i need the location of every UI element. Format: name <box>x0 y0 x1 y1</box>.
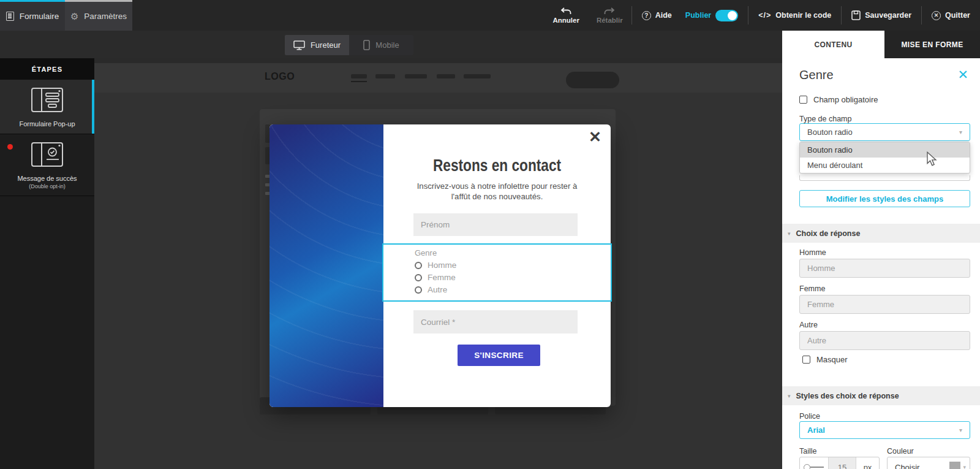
edit-field-styles-button[interactable]: Modifier les styles des champs <box>799 190 970 207</box>
gender-label: Genre <box>415 248 611 257</box>
phone-icon <box>363 40 370 50</box>
size-value-field[interactable]: 15 <box>829 457 856 469</box>
slider-track <box>810 467 824 468</box>
choice-input-femme[interactable] <box>799 295 970 314</box>
get-code-label: Obtenir le code <box>775 11 831 20</box>
popup-image-panel <box>270 124 383 407</box>
save-icon <box>851 10 861 20</box>
panel-close-icon[interactable]: ✕ <box>957 68 968 81</box>
device-browser-button[interactable]: Fureteur <box>285 35 349 55</box>
sidebar-item-message-succes[interactable]: Message de succès (Double opt-in) <box>0 134 94 196</box>
mock-nav-item <box>375 74 395 78</box>
field-type-select[interactable]: Bouton radio ▾ <box>799 123 970 141</box>
publish-toggle[interactable] <box>715 10 738 21</box>
steps-header: ÉTAPES <box>0 58 94 80</box>
mock-nav-item <box>405 74 427 78</box>
radio-icon[interactable] <box>415 262 422 269</box>
choice-label-autre: Autre <box>799 321 818 329</box>
chevron-down-icon: ▾ <box>959 427 962 433</box>
success-message-step-icon <box>31 142 64 167</box>
quit-label: Quitter <box>945 11 970 20</box>
radio-icon[interactable] <box>415 274 422 281</box>
redo-button[interactable]: Rétablir <box>588 7 631 24</box>
chevron-down-icon: ▾ <box>959 129 962 135</box>
field-type-label: Type de champ <box>799 115 851 123</box>
undo-button[interactable]: Annuler <box>544 7 587 24</box>
code-icon: </> <box>758 11 771 20</box>
hide-label: Masquer <box>816 355 848 364</box>
email-field[interactable] <box>413 310 578 334</box>
save-button[interactable]: Sauvegarder <box>842 10 921 20</box>
sidebar-item-label: Formulaire Pop-up <box>4 120 91 128</box>
publish-label: Publier <box>685 11 711 20</box>
dropdown-option-menu-deroulant[interactable]: Menu déroulant <box>800 158 970 173</box>
save-label: Sauvegarder <box>865 11 911 20</box>
device-mobile-button[interactable]: Mobile <box>349 35 413 55</box>
collapse-caret-icon: ▾ <box>788 231 791 237</box>
first-name-field[interactable] <box>413 213 578 236</box>
undo-label: Annuler <box>552 17 579 24</box>
radio-icon[interactable] <box>415 286 422 294</box>
choice-input-autre[interactable] <box>799 331 970 350</box>
get-code-button[interactable]: </> Obtenir le code <box>748 11 841 20</box>
device-bar: Fureteur Mobile <box>0 31 782 58</box>
font-label: Police <box>799 412 820 421</box>
mock-nav-item <box>351 74 367 78</box>
choice-label-femme: Femme <box>799 284 825 293</box>
dropdown-option-bouton-radio[interactable]: Bouton radio <box>800 142 970 158</box>
subscribe-button[interactable]: S'INSCRIRE <box>458 345 540 366</box>
mock-logo: LOGO <box>265 71 295 82</box>
tab-mise-en-forme[interactable]: MISE EN FORME <box>884 31 980 58</box>
popup-form-step-icon <box>31 87 64 113</box>
required-checkbox[interactable] <box>799 96 807 104</box>
size-unit-label: px <box>856 457 879 469</box>
quit-button[interactable]: ✕ Quitter <box>922 11 980 20</box>
choices-section-header[interactable]: ▾ Choix de réponse <box>782 224 980 243</box>
color-swatch[interactable] <box>949 462 960 469</box>
monitor-icon <box>293 40 305 50</box>
redo-label: Rétablir <box>597 17 623 24</box>
font-select[interactable]: Arial ▾ <box>799 421 970 439</box>
required-label: Champ obligatoire <box>813 95 878 104</box>
device-toggle: Fureteur Mobile <box>285 35 413 55</box>
quit-icon: ✕ <box>932 11 941 20</box>
device-mobile-label: Mobile <box>375 40 399 50</box>
field-type-dropdown: Bouton radio Menu déroulant <box>799 142 970 173</box>
sidebar-item-formulaire-popup[interactable]: Formulaire Pop-up <box>0 80 94 134</box>
popup-title[interactable]: Restons en contact <box>433 156 561 175</box>
tab-formulaire[interactable]: Formulaire <box>0 0 65 31</box>
required-checkbox-row: Champ obligatoire <box>799 95 878 104</box>
tab-parametres[interactable]: ⚙ Paramètres <box>65 0 132 31</box>
tab-contenu[interactable]: CONTENU <box>782 31 884 58</box>
help-icon: ? <box>642 11 651 20</box>
undo-arrow-icon <box>560 7 571 15</box>
size-label: Taille <box>799 447 817 456</box>
color-picker-control[interactable]: Choisir ▾ <box>887 457 970 469</box>
popup-subtitle[interactable]: Inscrivez-vous à notre infolettre pour r… <box>383 181 611 202</box>
hidden-field-edge <box>799 175 970 181</box>
mouse-cursor-icon <box>925 151 938 166</box>
help-button[interactable]: ? Aide <box>632 11 682 20</box>
popup-close-icon[interactable]: ✕ <box>589 129 601 145</box>
gender-option-autre[interactable]: Autre <box>415 285 611 294</box>
color-label: Couleur <box>887 447 914 456</box>
gear-icon: ⚙ <box>70 12 78 21</box>
chevron-down-icon: ▾ <box>963 464 966 469</box>
choice-label-homme: Homme <box>799 248 826 257</box>
top-toolbar: Formulaire ⚙ Paramètres Annuler Rétablir… <box>0 0 980 31</box>
choice-input-homme[interactable] <box>799 259 970 278</box>
styles-section-header[interactable]: ▾ Styles des choix de réponse <box>782 386 980 405</box>
redo-arrow-icon <box>604 7 615 15</box>
slider-knob[interactable] <box>804 464 810 469</box>
tab-formulaire-label: Formulaire <box>20 12 59 21</box>
size-slider[interactable] <box>800 457 829 469</box>
gender-option-homme[interactable]: Homme <box>415 261 611 270</box>
gender-option-femme[interactable]: Femme <box>415 273 611 282</box>
mock-site-header: LOGO <box>94 63 782 93</box>
document-icon <box>6 12 14 21</box>
gender-field-selected[interactable]: Genre Homme Femme Autre <box>382 243 612 302</box>
toolbar-actions: Annuler Rétablir ? Aide Publier </> Obte… <box>544 0 980 31</box>
tab-parametres-label: Paramètres <box>84 12 127 21</box>
device-browser-label: Fureteur <box>311 40 341 50</box>
hide-checkbox[interactable] <box>802 356 810 364</box>
